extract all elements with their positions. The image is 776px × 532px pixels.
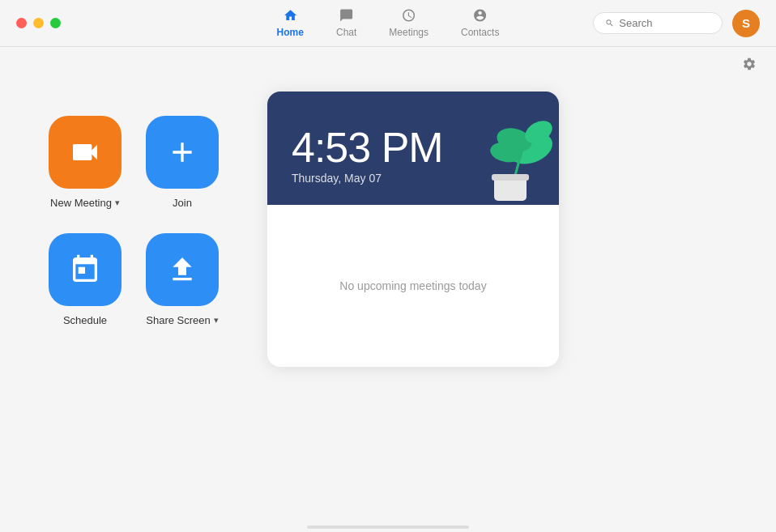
share-screen-button[interactable] bbox=[146, 233, 219, 306]
calendar-icon bbox=[69, 253, 101, 286]
calendar-header: 4:53 PM Thursday, May 07 bbox=[267, 92, 559, 205]
schedule-label: Schedule bbox=[63, 314, 107, 326]
settings-area bbox=[0, 47, 776, 75]
new-meeting-label: New Meeting ▾ bbox=[50, 197, 120, 209]
nav-item-contacts[interactable]: Contacts bbox=[445, 3, 515, 43]
maximize-button[interactable] bbox=[50, 18, 61, 28]
new-meeting-button[interactable] bbox=[49, 116, 122, 189]
nav-item-home[interactable]: Home bbox=[261, 3, 320, 43]
action-item-share-screen[interactable]: Share Screen ▾ bbox=[146, 233, 219, 326]
nav-item-chat[interactable]: Chat bbox=[320, 3, 373, 43]
settings-button[interactable] bbox=[742, 57, 757, 75]
nav-contacts-label: Contacts bbox=[461, 27, 499, 38]
calendar-panel: 4:53 PM Thursday, May 07 No upcoming mee… bbox=[267, 92, 559, 367]
action-item-new-meeting[interactable]: New Meeting ▾ bbox=[49, 116, 122, 209]
clock-icon bbox=[402, 8, 416, 25]
plus-icon bbox=[166, 136, 198, 168]
window-controls bbox=[16, 18, 61, 28]
titlebar-right: S bbox=[593, 10, 760, 37]
minimize-button[interactable] bbox=[33, 18, 44, 28]
date-display: Thursday, May 07 bbox=[292, 172, 535, 185]
nav-chat-label: Chat bbox=[336, 27, 356, 38]
actions-grid: New Meeting ▾ Join Schedule bbox=[49, 92, 219, 326]
nav-home-label: Home bbox=[277, 27, 304, 38]
join-button[interactable] bbox=[146, 116, 219, 189]
share-screen-label: Share Screen ▾ bbox=[146, 314, 219, 326]
search-icon bbox=[605, 18, 614, 28]
time-display: 4:53 PM bbox=[292, 126, 535, 168]
schedule-button[interactable] bbox=[49, 233, 122, 306]
home-icon bbox=[283, 8, 297, 25]
share-screen-chevron: ▾ bbox=[214, 315, 219, 326]
main-content: New Meeting ▾ Join Schedule bbox=[0, 75, 776, 383]
no-meetings-text: No upcoming meetings today bbox=[339, 279, 486, 292]
gear-icon bbox=[742, 57, 757, 71]
search-input[interactable] bbox=[619, 17, 710, 29]
avatar[interactable]: S bbox=[732, 10, 760, 37]
video-icon bbox=[69, 136, 101, 168]
calendar-body: No upcoming meetings today bbox=[267, 205, 559, 367]
new-meeting-chevron: ▾ bbox=[115, 198, 120, 208]
upload-icon bbox=[166, 253, 198, 286]
action-item-join[interactable]: Join bbox=[146, 116, 219, 209]
main-nav: Home Chat Meetings bbox=[261, 3, 516, 43]
search-bar[interactable] bbox=[593, 12, 723, 34]
scrollbar-track[interactable] bbox=[307, 526, 469, 529]
chat-icon bbox=[339, 8, 354, 25]
action-item-schedule[interactable]: Schedule bbox=[49, 233, 122, 326]
close-button[interactable] bbox=[16, 18, 27, 28]
person-icon bbox=[473, 8, 488, 25]
titlebar: Home Chat Meetings bbox=[0, 0, 776, 47]
nav-item-meetings[interactable]: Meetings bbox=[373, 3, 445, 43]
nav-meetings-label: Meetings bbox=[389, 27, 429, 38]
join-label: Join bbox=[173, 197, 192, 209]
